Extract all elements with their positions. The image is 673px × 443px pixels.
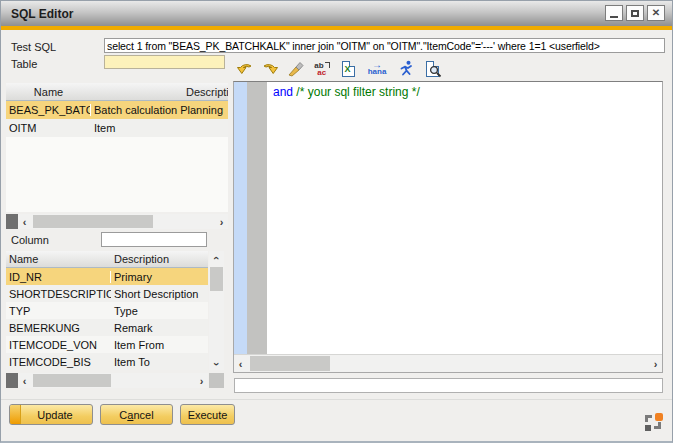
- scroll-thumb[interactable]: [210, 267, 223, 291]
- scroll-track[interactable]: [31, 373, 195, 388]
- title-bar[interactable]: SQL Editor ✕: [1, 1, 672, 26]
- excel-export-icon: X: [342, 61, 355, 77]
- magnifier-icon: [429, 65, 442, 78]
- column-row[interactable]: ITEMCODE_BIS Item To: [6, 353, 208, 370]
- scroll-thumb[interactable]: [250, 356, 330, 371]
- scroll-track[interactable]: [31, 214, 215, 229]
- chevron-left-icon: ‹: [23, 375, 27, 387]
- maximize-icon: [631, 10, 639, 17]
- table-name-cell: BEAS_PK_BATCH: [6, 104, 91, 116]
- tables-header-name[interactable]: Name: [6, 86, 91, 98]
- chevron-left-icon: ‹: [239, 358, 243, 370]
- undo-icon: [235, 61, 254, 77]
- column-name-cell: ITEMCODE_BIS: [6, 356, 111, 368]
- preview-button[interactable]: [422, 59, 442, 79]
- hana-convert-icon: → hana: [368, 62, 387, 76]
- table-description-cell: Item: [91, 122, 228, 134]
- update-button[interactable]: Update: [9, 404, 93, 425]
- running-man-icon: [398, 60, 414, 77]
- cancel-button-label: Cancel: [119, 409, 153, 421]
- columns-header-name[interactable]: Name: [6, 253, 111, 265]
- column-row[interactable]: ID_NR Primary: [6, 268, 208, 285]
- scroll-up-button[interactable]: ‹: [209, 251, 224, 264]
- accent-stripe: [1, 26, 672, 30]
- window-controls: ✕: [605, 5, 665, 21]
- preview-document-icon: [426, 61, 439, 77]
- scroll-left-button[interactable]: ‹: [234, 355, 247, 372]
- sql-keyword: and: [273, 85, 293, 99]
- default-button-accent: [10, 405, 21, 424]
- scroll-down-button[interactable]: ›: [209, 357, 224, 370]
- redo-icon: [261, 61, 280, 77]
- scroll-right-button[interactable]: ›: [195, 373, 208, 388]
- corner-bracket-icon: [645, 415, 652, 422]
- column-description-cell: Item From: [111, 339, 208, 351]
- sql-code-editor[interactable]: and /* your sql filter string */ ‹ ›: [233, 81, 663, 373]
- format-sql-button[interactable]: [286, 59, 306, 79]
- column-name-cell: SHORTDESCRIPTION: [6, 288, 111, 300]
- replace-elbow-icon: [325, 62, 330, 68]
- columns-grid-hscrollbar[interactable]: ‹ ›: [6, 373, 208, 388]
- corner-bracket-icon: [654, 422, 661, 429]
- replace-button[interactable]: ab ac: [312, 59, 332, 79]
- scroll-left-button[interactable]: ‹: [18, 214, 31, 229]
- excel-export-button[interactable]: X: [338, 59, 358, 79]
- editor-margin-gutter: [234, 82, 247, 355]
- convert-to-hana-button[interactable]: → hana: [364, 59, 390, 79]
- column-name-cell: ID_NR: [6, 271, 111, 283]
- table-row[interactable]: BEAS_PK_BATCH Batch calculation Planning: [6, 101, 228, 119]
- column-row[interactable]: ITEMCODE_VON Item From: [6, 336, 208, 353]
- minimize-button[interactable]: [605, 5, 623, 21]
- column-row[interactable]: BEMERKUNG Remark: [6, 319, 208, 336]
- maximize-button[interactable]: [626, 5, 644, 21]
- sql-comment: /* your sql filter string */: [293, 85, 420, 99]
- dark-square-icon: [645, 425, 651, 431]
- editor-toolbar: ab ac X → hana: [234, 57, 442, 80]
- execute-button[interactable]: Execute: [180, 404, 235, 425]
- scroll-thumb[interactable]: [33, 215, 153, 228]
- run-sql-button[interactable]: [396, 59, 416, 79]
- scroll-thumb[interactable]: [33, 374, 111, 387]
- splitter-grip-icon[interactable]: [6, 373, 18, 388]
- scroll-left-button[interactable]: ‹: [18, 373, 31, 388]
- table-row[interactable]: OITM Item: [6, 119, 228, 137]
- scroll-right-button[interactable]: ›: [649, 355, 662, 372]
- tables-grid-hscrollbar[interactable]: ‹ ›: [6, 214, 228, 229]
- redo-button[interactable]: [260, 59, 280, 79]
- scroll-right-button[interactable]: ›: [215, 214, 228, 229]
- columns-grid: Name Description ID_NR Primary SHORTDESC…: [6, 251, 208, 370]
- chevron-left-icon: ‹: [23, 216, 27, 228]
- code-line: and /* your sql filter string */: [273, 85, 420, 99]
- column-description-cell: Type: [111, 305, 208, 317]
- window-title: SQL Editor: [1, 7, 73, 21]
- excel-letter: X: [345, 64, 351, 74]
- columns-grid-header: Name Description: [6, 251, 208, 268]
- scroll-track[interactable]: [209, 264, 224, 357]
- chevron-right-icon: ›: [654, 358, 658, 370]
- close-button[interactable]: ✕: [647, 5, 665, 21]
- column-row[interactable]: SHORTDESCRIPTION Short Description: [6, 285, 208, 302]
- test-sql-input[interactable]: [104, 38, 665, 53]
- tables-header-description[interactable]: Description: [91, 86, 228, 98]
- close-icon: ✕: [652, 8, 660, 18]
- status-input[interactable]: [234, 378, 663, 393]
- tables-grid: Name Description BEAS_PK_BATCH Batch cal…: [6, 83, 228, 212]
- format-brush-icon: [287, 61, 305, 77]
- expand-form-button[interactable]: [645, 413, 663, 431]
- footer-divider: [1, 399, 672, 400]
- hana-label: hana: [368, 68, 387, 76]
- column-filter-input[interactable]: [101, 232, 207, 247]
- column-label: Column: [11, 234, 49, 246]
- table-input[interactable]: [104, 55, 225, 69]
- cancel-button[interactable]: Cancel: [100, 404, 173, 425]
- undo-button[interactable]: [234, 59, 254, 79]
- columns-header-description[interactable]: Description: [111, 253, 208, 265]
- column-row[interactable]: TYP Type: [6, 302, 208, 319]
- table-description-cell: Batch calculation Planning: [91, 104, 228, 116]
- columns-grid-vscrollbar[interactable]: ‹ ›: [209, 251, 224, 370]
- splitter-grip-icon[interactable]: [6, 214, 18, 229]
- minimize-icon: [610, 16, 618, 18]
- editor-hscrollbar[interactable]: ‹ ›: [234, 354, 662, 372]
- scroll-track[interactable]: [247, 355, 649, 372]
- column-description-cell: Remark: [111, 322, 208, 334]
